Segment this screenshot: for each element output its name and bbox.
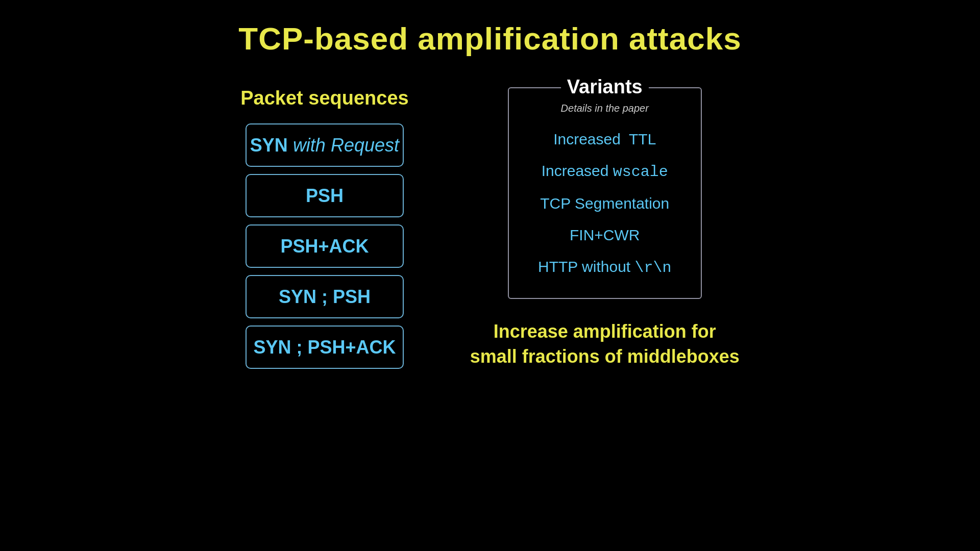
packet-box-syn-psh: SYN ; PSH <box>246 275 404 318</box>
packet-label-syn-request: SYN with Request <box>250 135 399 156</box>
bottom-caption: Increase amplification for small fractio… <box>470 319 740 369</box>
packet-sequences-heading: Packet sequences <box>240 87 409 109</box>
packet-box-psh: PSH <box>246 174 404 217</box>
variant-fin-cwr: FIN+CWR <box>524 219 685 251</box>
bottom-caption-line1: Increase amplification for <box>470 319 740 344</box>
variants-subtitle: Details in the paper <box>524 103 685 114</box>
right-column: Variants Details in the paper Increased … <box>470 87 740 369</box>
variants-box: Variants Details in the paper Increased … <box>508 87 702 299</box>
packet-label-syn-psh: SYN ; PSH <box>279 286 371 308</box>
bottom-caption-line2: small fractions of middleboxes <box>470 344 740 369</box>
syn-italic: with Request <box>293 135 399 156</box>
variant-rn-mono: \r\n <box>635 259 672 277</box>
variant-increased-wscale: Increased wscale <box>524 155 685 188</box>
variants-title-container: Variants <box>561 76 649 98</box>
packet-label-syn-psh-ack: SYN ; PSH+ACK <box>253 337 396 358</box>
packet-box-syn-request: SYN with Request <box>246 123 404 167</box>
variant-http-without: HTTP without \r\n <box>524 251 685 284</box>
packet-label-psh-ack: PSH+ACK <box>280 236 369 257</box>
packet-boxes: SYN with Request PSH PSH+ACK SYN ; PSH S… <box>246 123 404 369</box>
syn-bold: SYN <box>250 135 293 156</box>
variants-heading: Variants <box>567 76 643 97</box>
variant-increased-ttl: Increased TTL <box>524 123 685 155</box>
page-title: TCP-based amplification attacks <box>238 20 741 57</box>
variant-wscale-mono: wscale <box>613 163 668 181</box>
left-column: Packet sequences SYN with Request PSH PS… <box>240 87 409 369</box>
packet-label-psh: PSH <box>306 185 344 207</box>
packet-box-syn-psh-ack: SYN ; PSH+ACK <box>246 325 404 369</box>
content-area: Packet sequences SYN with Request PSH PS… <box>0 87 980 369</box>
variant-tcp-segmentation: TCP Segmentation <box>524 188 685 219</box>
packet-box-psh-ack: PSH+ACK <box>246 224 404 268</box>
